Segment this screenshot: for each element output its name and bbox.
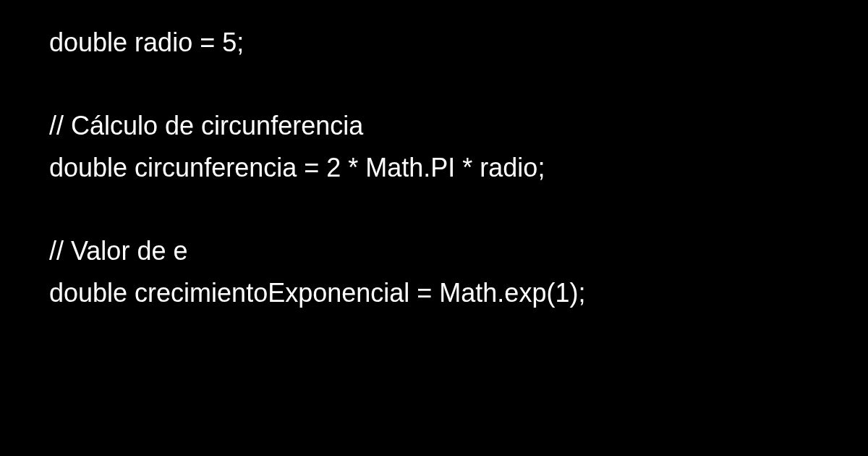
code-line: double circunferencia = 2 * Math.PI * ra… [49,147,819,189]
code-line [49,64,819,106]
code-block: double radio = 5; // Cálculo de circunfe… [0,0,868,335]
code-line: // Cálculo de circunferencia [49,105,819,147]
code-line: double crecimientoExponencial = Math.exp… [49,272,819,314]
code-line: // Valor de e [49,230,819,272]
code-line: double radio = 5; [49,22,819,64]
code-line [49,188,819,230]
